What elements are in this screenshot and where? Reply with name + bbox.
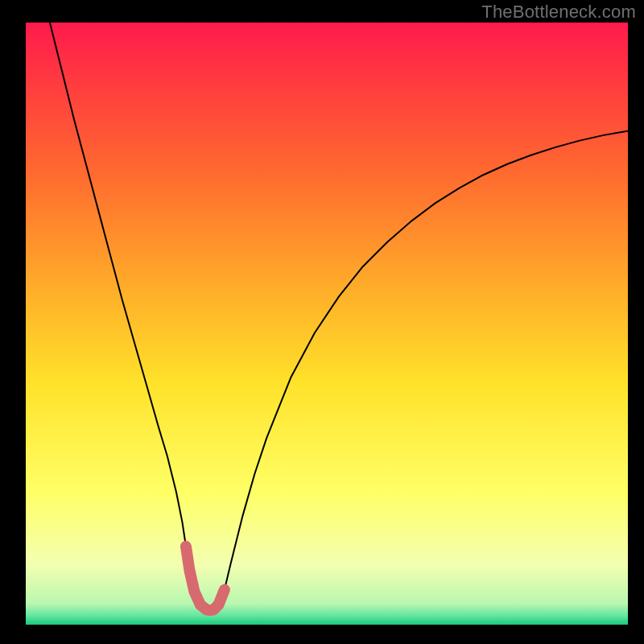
watermark-text: TheBottleneck.com <box>481 2 636 23</box>
chart-root: TheBottleneck.com <box>0 0 644 644</box>
chart-svg <box>26 23 628 625</box>
gradient-background <box>26 23 628 625</box>
plot-frame <box>26 23 628 625</box>
plot-area <box>26 23 628 625</box>
